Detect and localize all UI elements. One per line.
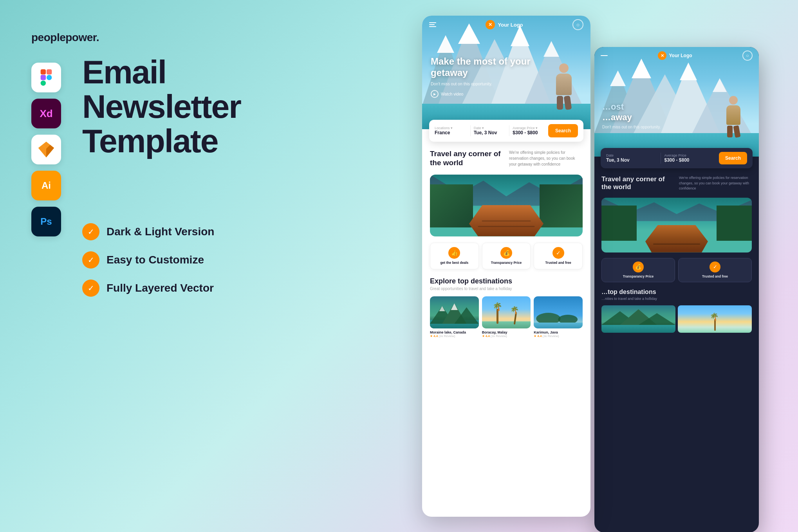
badge-transparency-label: Transparancy Price (485, 261, 528, 265)
dark-nav: ✕ Your Logo ○ (594, 47, 759, 64)
location-field: Locations ▾ France (435, 126, 467, 135)
dark-dest-2: 🌴 (678, 305, 752, 333)
light-card-body: Travel any corner of the world We're off… (422, 142, 590, 338)
dark-feature-badges: 💰 Transparancy Price ✓ Trusted and free (601, 258, 752, 282)
dark-nav-user[interactable]: ○ (742, 50, 753, 61)
svg-point-37 (536, 313, 561, 323)
dest-boracay: 🌴 🌴 Boracay, Malay ★ 4.4 (1k Review) (482, 296, 531, 338)
badge-trusted-label: Trusted and free (537, 261, 580, 265)
svg-rect-1 (47, 69, 52, 74)
karimun-water (534, 323, 583, 328)
feature-item-2: ✓ Easy to Customize (82, 251, 214, 269)
feature-text-1: Dark & Light Version (107, 225, 214, 238)
svg-rect-4 (41, 81, 46, 86)
date-field: Date ▾ Tue, 3 Nov (474, 126, 506, 135)
dark-badge-free: ✓ Trusted and free (678, 258, 752, 282)
dark-explore-section: …top destinations …nities to travel and … (601, 289, 752, 333)
light-email-card: ✕ Your Logo ○ Make the most of your geta… (422, 16, 590, 517)
svg-marker-19 (713, 78, 727, 92)
palm-top-2: 🌴 (510, 306, 519, 314)
light-hero-text: Make the most of your getaway Don't miss… (431, 56, 551, 98)
badge-transparency-icon: 💰 (500, 247, 512, 259)
svg-rect-0 (41, 69, 46, 74)
dark-badge-price-icon: 💰 (633, 261, 644, 272)
boat-forest-right (540, 184, 583, 227)
search-divider-2 (509, 125, 509, 136)
dark-badge-free-icon: ✓ (710, 261, 720, 272)
dark-dest-1 (601, 305, 675, 333)
boracay-name: Boracay, Malay (482, 330, 531, 334)
preview-container: ✕ Your Logo ○ …ost …away Don't miss out … (422, 16, 775, 517)
boat-plank-1 (478, 226, 535, 227)
travel-desc: We're offering simple policies for reser… (509, 150, 583, 167)
light-logo-icon: ✕ (486, 20, 495, 29)
light-person (548, 63, 580, 106)
figma-icon (31, 63, 61, 92)
brand-name: peoplepower. (31, 31, 251, 44)
feature-badges: 👍 get the best deals 💰 Transparancy Pric… (430, 243, 583, 269)
canada-rating: ★ 4.4 (1k Review) (430, 334, 479, 338)
dest-canada: Moraine lake, Canada ★ 4.4 (1k Review) (430, 296, 479, 338)
canada-name: Moraine lake, Canada (430, 330, 479, 334)
dark-hero-text: …ost …away Don't miss out on this opport… (602, 102, 728, 129)
dark-travel-section: Travel any corner of the world We're off… (601, 175, 752, 191)
dest-karimun: Karimun, Java ★ 4.4 (1k Review) (534, 296, 583, 338)
karimun-rating: ★ 4.4 (1k Review) (534, 334, 583, 338)
dark-divider-1 (661, 153, 661, 164)
light-nav-menu-icon[interactable] (429, 22, 436, 27)
location-value: France (435, 130, 467, 135)
badge-deals-label: get the best deals (433, 261, 476, 265)
search-button[interactable]: Search (548, 124, 578, 137)
badge-transparency: 💰 Transparancy Price (482, 243, 531, 269)
feature-text-2: Easy to Customize (107, 254, 204, 266)
date-label: Date ▾ (474, 126, 506, 130)
badge-trusted-icon: ✓ (552, 247, 564, 259)
feature-item-3: ✓ Fully Layered Vector (82, 280, 214, 297)
svg-rect-2 (41, 75, 46, 80)
badge-deals-icon: 👍 (448, 247, 460, 259)
check-icon-1: ✓ (82, 223, 99, 240)
feature-text-3: Fully Layered Vector (107, 282, 214, 294)
badge-deals: 👍 get the best deals (430, 243, 479, 269)
check-icon-3: ✓ (82, 280, 99, 297)
light-search-bar[interactable]: Locations ▾ France Date ▾ Tue, 3 Nov Ave… (429, 120, 583, 142)
tool-icons-list: Xd Ai Ps (31, 63, 61, 236)
svg-point-3 (47, 75, 52, 80)
svg-point-38 (558, 315, 578, 323)
features-list: ✓ Dark & Light Version ✓ Easy to Customi… (82, 223, 214, 297)
dark-badge-price-label: Transparancy Price (604, 274, 672, 279)
destination-grid: Moraine lake, Canada ★ 4.4 (1k Review) (430, 296, 583, 338)
dark-lake-boat-img (601, 198, 752, 252)
main-title: Email Newsletter Template (82, 55, 241, 159)
lake-boat-image (430, 175, 583, 236)
dark-explore-subtitle: …nities to travel and take a holliday (601, 297, 752, 301)
dark-boat-plank (653, 243, 700, 245)
karimun-name: Karimun, Java (534, 330, 583, 334)
search-divider-1 (470, 125, 471, 136)
explore-title: Explore top destinations (430, 277, 583, 285)
boat-forest-left (430, 184, 473, 227)
dark-search-button[interactable]: Search (719, 152, 747, 164)
svg-marker-28 (437, 35, 454, 53)
light-hero-title: Make the most of your getaway (431, 56, 551, 79)
ps-icon: Ps (31, 207, 61, 236)
sketch-icon (31, 135, 61, 164)
dark-search-bar[interactable]: Date Tue, 3 Nov Average Price $300 - $80… (601, 148, 753, 168)
dark-date-field: Date Tue, 3 Nov (606, 153, 657, 163)
travel-section: Travel any corner of the world We're off… (430, 150, 583, 168)
dark-badge-price: 💰 Transparancy Price (601, 258, 675, 282)
boat-plank-2 (482, 220, 531, 222)
dark-explore-prefix: …top destinations (601, 289, 752, 296)
svg-marker-16 (610, 70, 626, 86)
explore-section: Explore top destinations Great opportuni… (430, 277, 583, 338)
check-icon-2: ✓ (82, 251, 99, 269)
dark-badge-free-label: Trusted and free (681, 274, 749, 279)
boracay-rating: ★ 4.4 (1k Review) (482, 334, 531, 338)
price-field: Average Price ▾ $300 - $800 (513, 126, 545, 135)
light-nav-logo: ✕ Your Logo (486, 20, 523, 29)
dark-nav-menu (601, 55, 608, 56)
light-logo-text: Your Logo (498, 22, 523, 28)
light-nav-user[interactable]: ○ (572, 19, 583, 30)
price-label: Average Price ▾ (513, 126, 545, 130)
light-watch-video[interactable]: ▶ Watch video (431, 90, 551, 98)
